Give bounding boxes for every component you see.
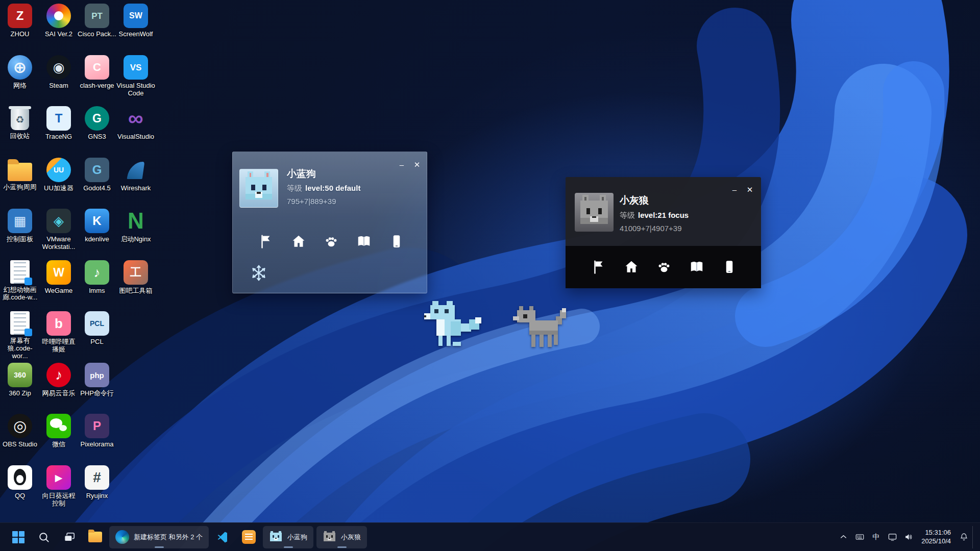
desktop-icon-vmware-workstation[interactable]: ◈VMware Workstati...	[39, 209, 78, 251]
paw-icon[interactable]	[655, 258, 673, 276]
taskbar: 新建标签页 和另外 2 个 小蓝狗	[0, 522, 980, 551]
search-button[interactable]	[33, 526, 55, 548]
snowflake-icon[interactable]	[250, 264, 267, 282]
blue-dog-head-icon	[269, 530, 283, 544]
blue-dog-avatar-art	[240, 169, 278, 207]
desktop-icon-qq[interactable]: QQ	[1, 465, 39, 499]
pet-blue-dog-sprite[interactable]	[416, 299, 489, 356]
minimize-button[interactable]: –	[728, 183, 741, 195]
flag-icon[interactable]	[590, 258, 607, 276]
file-explorer-button[interactable]	[84, 526, 106, 548]
desktop-icon-wegame[interactable]: WWeGame	[39, 260, 78, 294]
pet-grey-wolf-sprite[interactable]	[513, 306, 574, 355]
desktop-icon-kdenlive[interactable]: Kkdenlive	[78, 209, 116, 243]
close-button[interactable]: ✕	[410, 158, 424, 170]
desktop-icon-ryujinx[interactable]: #Ryujinx	[78, 465, 116, 499]
desktop-icon-sai[interactable]: SAI Ver.2	[39, 4, 78, 38]
desktop-icon-screenwolf[interactable]: SWScreenWolf	[116, 4, 155, 38]
flag-icon[interactable]	[257, 233, 275, 250]
pet-stats: 795+7|889+39	[287, 197, 336, 206]
desktop-icon-tuba-toolbox[interactable]: 工图吧工具箱	[116, 260, 155, 294]
desktop-icon-blue-dog-folder[interactable]: 小蓝狗周周	[1, 158, 39, 191]
desktop-icon-label: 小蓝狗周周	[1, 183, 39, 191]
paw-icon[interactable]	[323, 233, 340, 250]
phone-icon[interactable]	[721, 258, 738, 276]
visual-studio-code-icon: VS	[124, 55, 148, 80]
blue-dog-avatar[interactable]	[239, 169, 278, 208]
pet-window-blue-dog[interactable]: 小蓝狗 等级level:50 default 795+7|889+39 – ✕	[232, 152, 427, 293]
desktop-icon-pcl[interactable]: PCLPCL	[78, 311, 116, 345]
start-button[interactable]	[7, 526, 30, 548]
desktop-icon-label: Wireshark	[116, 184, 155, 192]
desktop-icon-wechat[interactable]: 微信	[39, 414, 78, 448]
steam-icon: ◉	[46, 55, 71, 80]
desktop-icon-grid: ZZHOUSAI Ver.2PTCisco Pack...SWScreenWol…	[0, 0, 174, 520]
desktop-icon-label: PCL	[78, 338, 116, 345]
desktop-icon-bilibili-live[interactable]: b哔哩哔哩直播姬	[39, 311, 78, 353]
desktop-icon-lmms[interactable]: ♪lmms	[78, 260, 116, 294]
home-icon[interactable]	[290, 233, 307, 250]
grey-wolf-head-icon	[323, 530, 336, 544]
show-desktop-button[interactable]	[972, 526, 975, 548]
display-icon[interactable]	[885, 527, 900, 547]
close-button[interactable]: ✕	[743, 183, 756, 195]
book-icon[interactable]	[688, 258, 705, 276]
desktop-icon-sunflower-remote[interactable]: ▶向日葵远程控制	[39, 465, 78, 507]
hidden-icons-chevron-up-icon[interactable]	[836, 527, 851, 547]
task-view-button[interactable]	[58, 526, 81, 548]
desktop-icon-zhou[interactable]: ZZHOU	[1, 4, 39, 38]
desktop-icon-clash-verge[interactable]: Cclash-verge	[78, 55, 116, 89]
minimize-button[interactable]: –	[395, 158, 408, 170]
pet-name: 小蓝狗	[287, 167, 316, 181]
desktop-icon-label: 屏幕有狼.code-wor...	[1, 337, 39, 360]
desktop-icon-screen-wolf-code[interactable]: 屏幕有狼.code-wor...	[1, 311, 39, 360]
desktop-icon-label: VMware Workstati...	[39, 235, 78, 251]
touch-keyboard-icon[interactable]	[852, 527, 867, 547]
desktop-icon-recycle-bin[interactable]: ♻回收站	[1, 106, 39, 140]
desktop-icon-php-cli[interactable]: phpPHP命令行	[78, 363, 116, 397]
orange-notes-app-button[interactable]	[237, 526, 260, 548]
desktop-icon-netease-cloud-music[interactable]: ♪网易云音乐	[39, 363, 78, 397]
desktop-icon-uu-booster[interactable]: UUUU加速器	[39, 158, 78, 192]
screenwolf-icon: SW	[124, 4, 148, 28]
desktop-icon-visual-studio[interactable]: ∞VisualStudio	[116, 106, 155, 140]
blue-dog-taskbar-item[interactable]: 小蓝狗	[263, 526, 313, 548]
grey-wolf-avatar[interactable]	[575, 193, 614, 232]
360zip-icon: 360	[8, 363, 32, 387]
desktop-icon-label: lmms	[78, 287, 116, 294]
desktop-icon-visual-studio-code[interactable]: VSVisual Studio Code	[116, 55, 155, 97]
desktop-icon-label: kdenlive	[78, 235, 116, 243]
book-icon[interactable]	[355, 233, 373, 250]
desktop-icon-obs-studio[interactable]: ◎OBS Studio	[1, 414, 39, 448]
desktop-icon-360zip[interactable]: 360360 Zip	[1, 363, 39, 397]
desktop-icon-label: 控制面板	[1, 235, 39, 243]
desktop-icon-label: 图吧工具箱	[116, 287, 155, 294]
notification-bell-icon[interactable]	[956, 527, 971, 547]
desktop-icon-wireshark[interactable]: Wireshark	[116, 158, 155, 192]
pet-window-grey-wolf[interactable]: 小灰狼 等级level:21 focus 41009+7|4907+39 – ✕	[566, 177, 761, 288]
home-icon[interactable]	[623, 258, 640, 276]
desktop-icon-gns3[interactable]: GGNS3	[78, 106, 116, 140]
network-icon: ⊕	[8, 55, 32, 80]
traceng-icon: T	[46, 106, 71, 131]
phone-icon[interactable]	[388, 233, 405, 250]
desktop-icon-network[interactable]: ⊕网络	[1, 55, 39, 89]
ime-indicator[interactable]: 中	[868, 527, 884, 547]
desktop-icon-fantasy-animal-gallery-code[interactable]: 幻想动物画廊.code-w...	[1, 260, 39, 301]
qq-icon	[8, 465, 32, 490]
desktop-icon-godot[interactable]: GGodot4.5	[78, 158, 116, 192]
edge-taskbar-item[interactable]: 新建标签页 和另外 2 个	[109, 526, 209, 548]
clock[interactable]: 15:31:06 2025/10/4	[917, 526, 955, 548]
desktop-icon-control-panel[interactable]: ▦控制面板	[1, 209, 39, 243]
vscode-taskbar-button[interactable]	[212, 526, 234, 548]
desktop-icon-steam[interactable]: ◉Steam	[39, 55, 78, 89]
desktop-icon-cisco-packet-tracer[interactable]: PTCisco Pack...	[78, 4, 116, 38]
desktop-icon-label: WeGame	[39, 287, 78, 294]
folder-icon	[88, 532, 102, 542]
volume-icon[interactable]	[901, 527, 916, 547]
pixelorama-icon: P	[85, 414, 109, 438]
desktop-icon-pixelorama[interactable]: PPixelorama	[78, 414, 116, 448]
grey-wolf-taskbar-item[interactable]: 小灰狼	[316, 526, 367, 548]
desktop-icon-start-nginx[interactable]: N启动Nginx	[116, 209, 155, 243]
desktop-icon-traceng[interactable]: TTraceNG	[39, 106, 78, 140]
